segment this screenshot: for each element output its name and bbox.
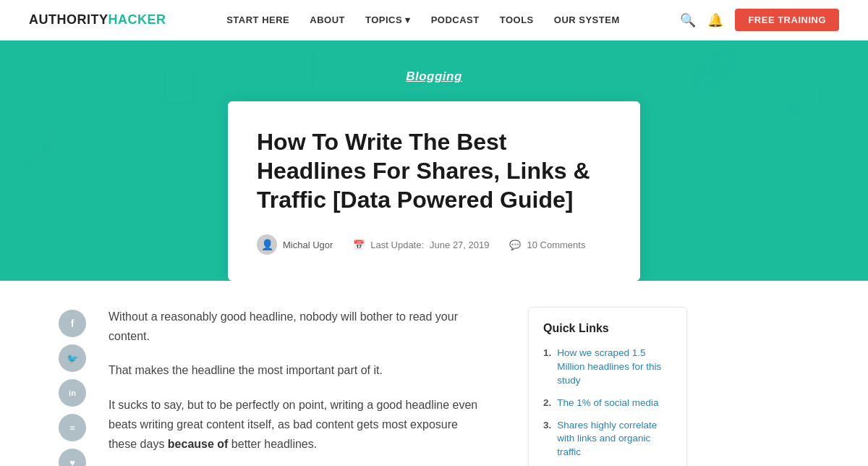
quick-link-item-3: 3. Shares highly correlate with links an…	[543, 419, 672, 460]
nav-actions: 🔍 🔔 FREE TRAINING	[680, 9, 839, 31]
quick-link-1[interactable]: How we scraped 1.5 Million headlines for…	[557, 347, 672, 388]
quick-link-item-2: 2. The 1% of social media	[543, 397, 672, 410]
nav-podcast[interactable]: PODCAST	[431, 14, 480, 25]
buffer-share-button[interactable]: ≡	[59, 414, 86, 441]
quick-links-list: 1. How we scraped 1.5 Million headlines …	[543, 347, 672, 466]
navbar: AUTHORITYHACKER START HERE ABOUT TOPICS …	[0, 0, 868, 41]
search-button[interactable]: 🔍	[680, 12, 696, 28]
quick-links-box: Quick Links 1. How we scraped 1.5 Millio…	[528, 307, 687, 466]
nav-links: START HERE ABOUT TOPICS ▾ PODCAST TOOLS …	[226, 14, 620, 25]
search-icon: 🔍	[680, 13, 696, 27]
quick-link-3[interactable]: Shares highly correlate with links and o…	[557, 419, 672, 460]
calendar-icon: 📅	[353, 240, 365, 250]
hero-category[interactable]: Blogging	[14, 69, 854, 84]
brand-logo[interactable]: AUTHORITYHACKER	[29, 12, 166, 27]
quick-link-item-1: 1. How we scraped 1.5 Million headlines …	[543, 347, 672, 388]
comments-icon: 💬	[509, 240, 521, 250]
twitter-icon: 🐦	[67, 353, 78, 364]
bell-icon: 🔔	[707, 13, 723, 27]
notification-button[interactable]: 🔔	[707, 12, 723, 28]
article-paragraph-2: That makes the headline the most importa…	[109, 360, 485, 380]
comments-meta: 💬 10 Comments	[509, 240, 585, 250]
nav-start-here[interactable]: START HERE	[226, 14, 289, 25]
main-layout: f 🐦 in ≡ ♥ ✉ Without a reasonably good h…	[36, 281, 832, 466]
buffer-icon: ≡	[69, 423, 75, 433]
brand-authority: AUTHORITY	[29, 12, 109, 27]
quick-links-title: Quick Links	[543, 322, 672, 335]
free-training-button[interactable]: FREE TRAINING	[735, 9, 839, 31]
chevron-down-icon: ▾	[405, 14, 411, 25]
article-paragraph-3: It sucks to say, but to be perfectly on …	[109, 395, 485, 454]
brand-hacker: HACKER	[109, 12, 166, 27]
nav-our-system[interactable]: OUR SYSTEM	[554, 14, 620, 25]
pinterest-icon: ♥	[69, 457, 75, 467]
linkedin-icon: in	[69, 389, 76, 397]
article-body: Without a reasonably good headline, nobo…	[94, 281, 514, 466]
facebook-share-button[interactable]: f	[59, 310, 86, 337]
quick-links-sidebar: Quick Links 1. How we scraped 1.5 Millio…	[514, 281, 687, 466]
article-title: How To Write The Best Headlines For Shar…	[257, 127, 611, 214]
date-meta: 📅 Last Update: June 27, 2019	[353, 240, 489, 250]
nav-about[interactable]: ABOUT	[310, 14, 345, 25]
avatar-icon: 👤	[261, 239, 273, 250]
article-card: How To Write The Best Headlines For Shar…	[228, 101, 640, 281]
quick-link-2[interactable]: The 1% of social media	[557, 397, 658, 410]
twitter-share-button[interactable]: 🐦	[59, 344, 86, 372]
facebook-icon: f	[71, 318, 75, 329]
article-paragraph-1: Without a reasonably good headline, nobo…	[109, 307, 485, 346]
author-meta: 👤 Michal Ugor	[257, 234, 333, 255]
hero-section: ✏ 📋 📊 💡 🔗 📰 📌 ✂ 🏷 Blogging How To Write …	[0, 41, 868, 281]
pinterest-share-button[interactable]: ♥	[59, 449, 86, 466]
author-avatar: 👤	[257, 234, 277, 255]
linkedin-share-button[interactable]: in	[59, 379, 86, 407]
social-sidebar: f 🐦 in ≡ ♥ ✉	[51, 281, 94, 466]
bold-text: because of	[168, 438, 229, 450]
author-name: Michal Ugor	[283, 240, 333, 250]
nav-tools[interactable]: TOOLS	[500, 14, 534, 25]
comments-count: 10 Comments	[527, 240, 585, 250]
article-meta: 👤 Michal Ugor 📅 Last Update: June 27, 20…	[257, 234, 611, 255]
last-update-label: Last Update:	[370, 240, 424, 250]
nav-topics[interactable]: TOPICS ▾	[365, 14, 411, 25]
last-update-date: June 27, 2019	[430, 240, 489, 250]
